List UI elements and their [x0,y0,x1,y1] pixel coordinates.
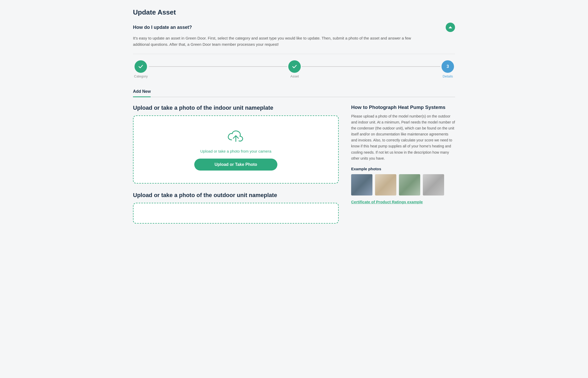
indoor-upload-section: Upload or take a photo of the indoor uni… [133,105,339,184]
faq-toggle-button[interactable] [446,23,455,32]
stepper: Category Asset 3 Details [133,60,455,78]
faq-section: How do I update an asset? It's easy to u… [133,23,455,48]
example-photos-label: Example photos [351,167,455,171]
step-circle-asset [288,60,301,73]
indoor-upload-dropzone[interactable]: Upload or take a photo from your camera … [133,115,339,184]
checkmark-icon-asset [292,64,297,69]
sidebar: How to Photograph Heat Pump Systems Plea… [351,105,455,224]
page-title: Update Asset [133,8,455,16]
faq-header: How do I update an asset? [133,23,455,32]
step-line-1 [149,66,288,67]
faq-answer: It's easy to update an asset in Green Do… [133,35,419,48]
outdoor-upload-dropzone[interactable] [133,203,339,224]
svg-marker-0 [449,26,452,28]
step-category: Category [134,60,148,78]
step-asset: Asset [288,60,301,78]
step-circle-category [135,60,147,73]
cert-link[interactable]: Certificate of Product Ratings example [351,200,423,204]
step-label-asset: Asset [290,74,299,78]
outdoor-upload-section: Upload or take a photo of the outdoor un… [133,192,339,224]
faq-question: How do I update an asset? [133,25,192,30]
left-column: Upload or take a photo of the indoor uni… [133,105,339,224]
step-label-category: Category [134,74,148,78]
step-circle-details: 3 [442,60,454,73]
step-details: 3 Details [442,60,454,78]
example-photo-4 [423,174,444,195]
cloud-upload-icon [226,128,245,145]
how-to-title: How to Photograph Heat Pump Systems [351,105,455,110]
main-layout: Upload or take a photo of the indoor uni… [133,105,455,224]
indoor-dropzone-text: Upload or take a photo from your camera [200,149,271,153]
checkmark-icon-category [138,64,144,69]
example-photos-grid [351,174,455,195]
step-label-details: Details [443,74,453,78]
example-photo-1 [351,174,372,195]
how-to-text: Please upload a photo of the model numbe… [351,113,455,161]
indoor-section-title: Upload or take a photo of the indoor uni… [133,105,339,111]
chevron-up-icon [448,25,452,29]
example-photo-2 [375,174,396,195]
outdoor-section-title: Upload or take a photo of the outdoor un… [133,192,339,199]
tabs-bar: Add New [133,87,455,97]
step-line-2 [302,66,440,67]
indoor-upload-button[interactable]: Upload or Take Photo [194,159,277,171]
section-divider [133,54,455,54]
example-photo-3 [399,174,420,195]
tab-add-new[interactable]: Add New [133,87,151,97]
